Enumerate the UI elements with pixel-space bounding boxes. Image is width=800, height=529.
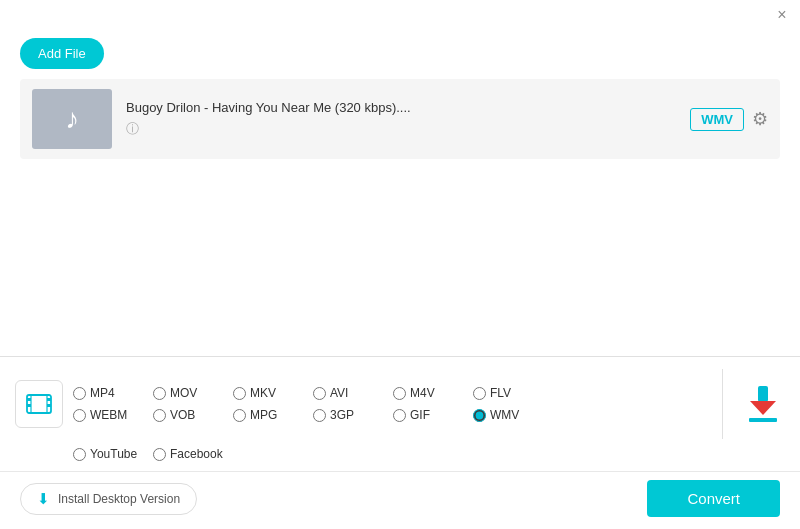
info-icon[interactable]: ⓘ [126,121,139,136]
format-option-webm[interactable]: WEBM [73,408,153,422]
format-option-facebook[interactable]: Facebook [153,447,233,461]
format-option-3gp[interactable]: 3GP [313,408,393,422]
file-actions: WMV ⚙ [690,108,768,131]
format-icon-box [15,380,63,428]
arrow-shaft [758,386,768,402]
download-icon-area [741,386,785,422]
file-item: ♪ Bugoy Drilon - Having You Near Me (320… [20,79,780,159]
action-bar: ⬇ Install Desktop Version Convert [0,471,800,529]
format-option-flv[interactable]: FLV [473,386,553,400]
header: Add File [0,30,800,79]
svg-rect-2 [27,404,31,407]
format-option-mkv[interactable]: MKV [233,386,313,400]
file-info: Bugoy Drilon - Having You Near Me (320 k… [126,100,676,138]
format-options-grid: MP4 MOV MKV AVI M4V [73,386,704,422]
title-bar: × [0,0,800,30]
download-icon: ⬇ [37,490,50,508]
arrow-head [750,401,776,415]
separator [722,369,723,439]
format-option-vob[interactable]: VOB [153,408,233,422]
format-option-mpg[interactable]: MPG [233,408,313,422]
format-option-mp4[interactable]: MP4 [73,386,153,400]
file-thumbnail: ♪ [32,89,112,149]
format-option-youtube[interactable]: YouTube [73,447,153,461]
format-option-gif[interactable]: GIF [393,408,473,422]
file-title: Bugoy Drilon - Having You Near Me (320 k… [126,100,676,115]
install-desktop-button[interactable]: ⬇ Install Desktop Version [20,483,197,515]
svg-rect-1 [27,398,31,401]
format-option-mov[interactable]: MOV [153,386,233,400]
arrow-base [749,418,777,422]
add-file-button[interactable]: Add File [20,38,104,69]
format-option-wmv[interactable]: WMV [473,408,553,422]
format-option-avi[interactable]: AVI [313,386,393,400]
settings-icon[interactable]: ⚙ [752,108,768,130]
close-button[interactable]: × [774,7,790,23]
format-option-m4v[interactable]: M4V [393,386,473,400]
format-badge[interactable]: WMV [690,108,744,131]
file-list: ♪ Bugoy Drilon - Having You Near Me (320… [0,79,800,159]
convert-button[interactable]: Convert [647,480,780,517]
arrow-down-icon [749,386,777,422]
music-icon: ♪ [65,103,79,135]
